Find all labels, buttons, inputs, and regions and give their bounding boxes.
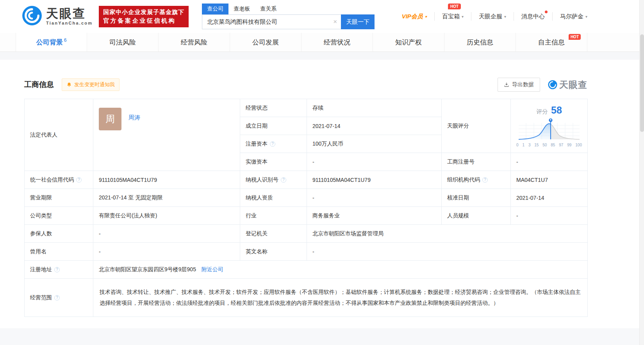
search-button[interactable]: 天眼一下 (341, 14, 375, 29)
score-caption: 评分 (536, 108, 548, 116)
tab-operating-status[interactable]: 经营状况 (301, 33, 373, 52)
field-value-english-name: - (307, 243, 588, 261)
top-nav: VIP会员▾ HOT 百宝箱▾ 天眼企服▾ 消息中心 马尔萨金▾ (394, 12, 595, 21)
field-label-business-term: 营业期限 (25, 189, 93, 207)
clear-search-icon[interactable]: × (329, 18, 341, 26)
score-axis-labels: 01 315 5085 9799 100 (516, 143, 582, 147)
field-value-registry: 北京市朝阳区市场监督管理局 (307, 225, 588, 243)
field-label-approval-date: 核准日期 (442, 189, 511, 207)
legal-rep-link[interactable]: 周涛 (128, 114, 140, 121)
scrollbar-thumb[interactable] (640, 34, 644, 132)
field-value-staff-size: - (511, 207, 588, 225)
nav-vip[interactable]: VIP会员▾ (394, 12, 434, 21)
chevron-down-icon: ▾ (585, 14, 587, 19)
field-label-legal-rep: 法定代表人 (25, 99, 93, 171)
field-label-former-name: 曾用名 (25, 243, 93, 261)
help-icon[interactable]: ? (270, 141, 275, 147)
field-label-org-code: 组织机构代码? (442, 171, 511, 189)
tab-count: 6 (64, 37, 67, 43)
field-value-taxpayer-id: 91110105MA04CT1U79 (307, 171, 442, 189)
table-row: 注册地址? 北京市朝阳区望京东园四区9号楼9层905 附近公司 (25, 261, 588, 279)
field-value-org-code: MA04CT1U7 (511, 171, 588, 189)
table-row: 统一社会信用代码? 91110105MA04CT1U79 纳税人识别号? 911… (25, 171, 588, 189)
field-value-reg-capital: 100万人民币 (307, 135, 442, 153)
search-tab-company[interactable]: 查公司 (202, 4, 228, 14)
search-tab-relation[interactable]: 查关系 (255, 4, 282, 14)
field-value-company-type: 有限责任公司(法人独资) (93, 207, 240, 225)
help-icon[interactable]: ? (482, 177, 488, 183)
search-input[interactable] (202, 15, 329, 29)
table-row: 参保人数 - 登记机关 北京市朝阳区市场监督管理局 (25, 225, 588, 243)
field-label-business-scope: 经营范围? (25, 279, 93, 317)
field-label-english-name: 英文名称 (240, 243, 307, 261)
tianyancha-watermark: 天眼查 (548, 79, 587, 91)
brand-name: 天眼查 (46, 7, 93, 20)
search-tabs: 查公司 查老板 查关系 (202, 4, 375, 14)
field-value-business-scope: 技术咨询、技术转让、技术推广、技术服务、技术开发；软件开发；应用软件服务（不含医… (93, 279, 588, 317)
field-label-est-date: 成立日期 (240, 117, 307, 135)
field-value-est-date: 2021-07-14 (307, 117, 442, 135)
section-title: 工商信息 (24, 80, 54, 90)
field-label-status: 经营状态 (240, 99, 307, 117)
help-icon[interactable]: ? (76, 177, 82, 183)
chevron-down-icon: ▾ (504, 14, 506, 19)
field-label-tyc-score: 天眼评分 (442, 99, 511, 153)
download-icon (504, 82, 509, 87)
scrollbar-track[interactable] (639, 0, 644, 345)
nav-enterprise-services[interactable]: 天眼企服▾ (471, 12, 514, 21)
field-label-staff-size: 人员规模 (442, 207, 511, 225)
tianyancha-logo-icon (22, 5, 42, 27)
tab-company-background[interactable]: 公司背景6 (16, 33, 87, 52)
chevron-down-icon: ▾ (462, 14, 464, 19)
table-row: 公司类型 有限责任公司(法人独资) 行业 商务服务业 人员规模 - (25, 207, 588, 225)
tab-history-info[interactable]: 历史信息 (444, 33, 516, 52)
field-value-former-name: - (93, 243, 240, 261)
field-value-status: 存续 (307, 99, 442, 117)
nav-user-menu[interactable]: 马尔萨金▾ (552, 12, 595, 21)
export-data-button[interactable]: 导出数据 (498, 78, 540, 92)
tianyancha-logo[interactable]: 天眼查 TianYanCha.com (22, 5, 93, 27)
field-label-insured-count: 参保人数 (25, 225, 93, 243)
nav-message-center[interactable]: 消息中心 (514, 12, 552, 21)
field-label-taxpayer-quality: 纳税人资质 (240, 189, 307, 207)
field-label-address: 注册地址? (25, 261, 93, 279)
score-value: 58 (551, 105, 562, 116)
search-area: 查公司 查老板 查关系 × 天眼一下 (202, 4, 375, 29)
page-footer-strip (0, 328, 644, 345)
tab-judicial-risk[interactable]: 司法风险 (87, 33, 159, 52)
field-label-company-type: 公司类型 (25, 207, 93, 225)
notification-dot (545, 11, 548, 13)
tab-self-published-info[interactable]: 自主信息 HOT (516, 33, 587, 52)
business-info-section: 工商信息 发生变更时通知我 导出数据 天眼查 (24, 78, 587, 317)
notify-on-change-button[interactable]: 发生变更时通知我 (62, 78, 120, 91)
search-tab-boss[interactable]: 查老板 (228, 4, 255, 14)
nav-toolbox[interactable]: HOT 百宝箱▾ (434, 12, 471, 21)
nearby-companies-link[interactable]: 附近公司 (202, 266, 223, 272)
score-distribution-curve: 01 315 5085 9799 100 (516, 117, 582, 147)
field-label-registry: 登记机关 (240, 225, 307, 243)
field-value-industry: 商务服务业 (307, 207, 442, 225)
search-box: × 天眼一下 (202, 14, 375, 29)
tab-intellectual-property[interactable]: 知识产权 (373, 33, 444, 52)
table-row: 曾用名 - 英文名称 - (25, 243, 588, 261)
help-icon[interactable]: ? (54, 267, 60, 272)
business-info-table: 法定代表人 周 周涛 经营状态 存续 天眼评分 评分 58 (24, 99, 588, 317)
tianyancha-watermark-icon (548, 80, 557, 89)
gov-credential-badge: 国家中小企业发展子基金旗下 官方备案企业征信机构 (99, 6, 189, 27)
field-label-credit-code: 统一社会信用代码? (25, 171, 93, 189)
help-icon[interactable]: ? (281, 177, 286, 183)
avatar[interactable]: 周 (99, 108, 121, 130)
hot-badge: HOT (569, 34, 581, 40)
username: 马尔萨金 (560, 13, 583, 20)
company-profile-tabs: 公司背景6 司法风险 经营风险 公司发展 经营状况 知识产权 历史信息 自主信息… (0, 33, 644, 52)
field-value-address: 北京市朝阳区望京东园四区9号楼9层905 附近公司 (93, 261, 588, 279)
bell-icon (66, 82, 72, 87)
help-icon[interactable]: ? (54, 295, 60, 301)
hot-badge: HOT (448, 4, 461, 9)
table-row: 法定代表人 周 周涛 经营状态 存续 天眼评分 评分 58 (25, 99, 588, 117)
field-label-taxpayer-id: 纳税人识别号? (240, 171, 307, 189)
field-label-paid-capital: 实缴资本 (240, 153, 307, 171)
tab-operational-risk[interactable]: 经营风险 (159, 33, 230, 52)
tab-company-development[interactable]: 公司发展 (230, 33, 301, 52)
tyc-score-chart[interactable]: 评分 58 (511, 99, 588, 153)
